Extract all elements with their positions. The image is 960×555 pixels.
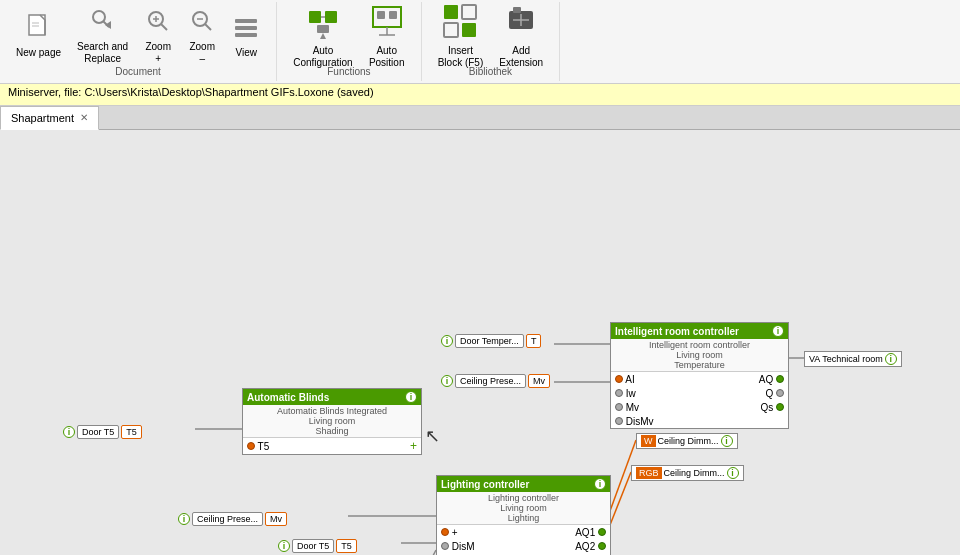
door-t5-2-node[interactable]: i Door T5 T5 [278, 539, 357, 553]
lighting-controller-subheader: Lighting controller Living room Lighting [437, 492, 610, 525]
automatic-blinds-subheader: Automatic Blinds Integrated Living room … [243, 405, 421, 438]
automatic-blinds-title: Automatic Blinds [247, 392, 329, 403]
svg-rect-28 [462, 23, 476, 37]
intelligent-room-title: Intelligent room controller [615, 326, 739, 337]
automatic-blinds-info-icon[interactable]: i [405, 391, 417, 403]
lighting-controller-subline2: Living room [441, 503, 606, 513]
w-ceiling-dimm-label: Ceiling Dimm... [658, 436, 719, 446]
automatic-blinds-subline2: Living room [247, 416, 417, 426]
zoom-out-button[interactable]: Zoom– [180, 6, 224, 66]
rgb-port: RGB [636, 467, 662, 479]
lighting-row-plus: + AQ1 [437, 525, 610, 539]
svg-rect-23 [377, 11, 385, 19]
insert-block-button[interactable]: InsertBlock (F5) [430, 6, 492, 66]
lighting-controller-subline3: Lighting [441, 513, 606, 523]
svg-rect-14 [235, 33, 257, 37]
door-t5-2-pill: Door T5 [292, 539, 334, 553]
intelligent-room-subheader: Intelligent room controller Living room … [611, 339, 788, 372]
w-ceiling-dimm-node[interactable]: W Ceiling Dimm... i [636, 433, 738, 449]
lighting-controller-block[interactable]: Lighting controller i Lighting controlle… [436, 475, 611, 555]
svg-rect-15 [309, 11, 321, 23]
svg-rect-12 [235, 19, 257, 23]
automatic-blinds-add-icon[interactable]: + [410, 439, 417, 453]
lighting-input-plus: + [441, 527, 458, 538]
tab-shapartment[interactable]: Shapartment ✕ [0, 106, 99, 130]
w-ceiling-dimm-info-icon: i [721, 435, 733, 447]
automatic-blinds-header: Automatic Blinds i [243, 389, 421, 405]
intelligent-room-row-dismv: DisMv [611, 414, 788, 428]
auto-configuration-icon [305, 3, 341, 43]
lighting-input-dism: DisM [441, 541, 475, 552]
add-extension-button[interactable]: AddExtension [491, 6, 551, 66]
intelligent-room-input-dismv: DisMv [615, 416, 654, 427]
tabbar: Shapartment ✕ [0, 106, 960, 130]
toolbar-group-functions: AutoConfiguration AutoPos [277, 2, 421, 81]
ceiling-prese-1-node[interactable]: i Ceiling Prese... Mv [441, 374, 550, 388]
tab-label: Shapartment [11, 112, 74, 124]
view-icon [232, 13, 260, 45]
w-port: W [641, 435, 656, 447]
door-t5-pill: Door T5 [77, 425, 119, 439]
automatic-blinds-row-t5: T5 + [243, 438, 421, 454]
ceiling-prese-2-info-icon: i [178, 513, 190, 525]
svg-rect-17 [325, 11, 337, 23]
zoom-out-label: Zoom– [189, 41, 215, 65]
app-container: New page Search andReplace [0, 0, 960, 555]
automatic-blinds-block[interactable]: Automatic Blinds i Automatic Blinds Inte… [242, 388, 422, 455]
intelligent-room-output-aq: AQ [759, 374, 784, 385]
svg-rect-30 [513, 7, 521, 13]
search-replace-icon [89, 7, 117, 39]
lighting-controller-title: Lighting controller [441, 479, 529, 490]
lighting-controller-header: Lighting controller i [437, 476, 610, 492]
automatic-blinds-subline1: Automatic Blinds Integrated [247, 406, 417, 416]
view-button[interactable]: View [224, 6, 268, 66]
tab-close-icon[interactable]: ✕ [80, 112, 88, 123]
toolbar-group-bibliothek: InsertBlock (F5) AddExtension [422, 2, 560, 81]
va-port: VA [809, 354, 820, 364]
door-t5-2-port: T5 [336, 539, 357, 553]
door-temper-node[interactable]: i Door Temper... T [441, 334, 541, 348]
toolbar: New page Search andReplace [0, 0, 960, 84]
rgb-ceiling-dimm-node[interactable]: RGB Ceiling Dimm... i [631, 465, 744, 481]
lighting-output-aq1: AQ1 [575, 527, 606, 538]
intelligent-room-row-mv: Mv Qs [611, 400, 788, 414]
bibliothek-group-label: Bibliothek [430, 66, 551, 77]
ceiling-prese-1-pill: Ceiling Prese... [455, 374, 526, 388]
auto-position-button[interactable]: AutoPosition [361, 6, 413, 66]
toolbar-group-document: New page Search andReplace [0, 2, 277, 81]
search-replace-label: Search andReplace [77, 41, 128, 65]
document-group-label: Document [8, 66, 268, 77]
auto-position-icon [369, 3, 405, 43]
ceiling-prese-2-node[interactable]: i Ceiling Prese... Mv [178, 512, 287, 526]
svg-rect-13 [235, 26, 257, 30]
svg-rect-27 [444, 23, 458, 37]
svg-rect-18 [317, 25, 329, 33]
search-replace-button[interactable]: Search andReplace [69, 6, 136, 66]
door-temper-pill: Door Temper... [455, 334, 524, 348]
intelligent-room-input-mv: Mv [615, 402, 639, 413]
insert-block-icon [442, 3, 478, 43]
door-temper-info-icon: i [441, 335, 453, 347]
lighting-controller-info-icon[interactable]: i [594, 478, 606, 490]
automatic-blinds-input-t5: T5 [247, 441, 269, 452]
new-page-icon [25, 13, 53, 45]
functions-group-label: Functions [285, 66, 412, 77]
intelligent-room-output-qs: Qs [760, 402, 784, 413]
intelligent-room-block[interactable]: Intelligent room controller i Intelligen… [610, 322, 789, 429]
door-t5-info-icon: i [63, 426, 75, 438]
new-page-button[interactable]: New page [8, 6, 69, 66]
door-t5-node[interactable]: i Door T5 T5 [63, 425, 142, 439]
intelligent-room-output-q: Q [765, 388, 784, 399]
auto-configuration-button[interactable]: AutoConfiguration [285, 6, 360, 66]
intelligent-room-subline1: Intelligent room controller [615, 340, 784, 350]
intelligent-room-header: Intelligent room controller i [611, 323, 788, 339]
view-label: View [235, 47, 257, 59]
intelligent-room-subline2: Living room [615, 350, 784, 360]
intelligent-room-info-icon[interactable]: i [772, 325, 784, 337]
lighting-controller-subline1: Lighting controller [441, 493, 606, 503]
va-technical-node[interactable]: VA Technical room i [804, 351, 902, 367]
zoom-in-button[interactable]: Zoom+ [136, 6, 180, 66]
door-t5-port: T5 [121, 425, 142, 439]
svg-line-6 [161, 24, 167, 30]
ceiling-prese-1-port: Mv [528, 374, 550, 388]
